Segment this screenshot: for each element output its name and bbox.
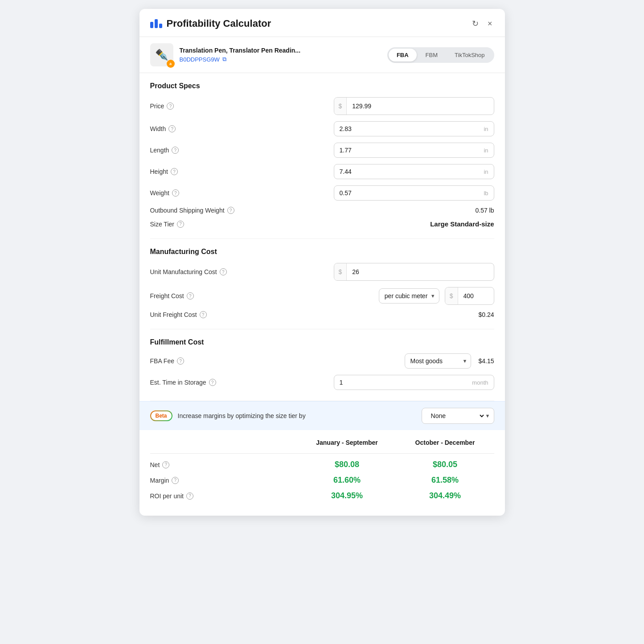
tab-fbm[interactable]: FBM (418, 49, 446, 62)
refresh-button[interactable]: ↻ (470, 17, 480, 30)
results-header-row: January - September October - December (150, 439, 494, 446)
copy-asin-icon[interactable]: ⧉ (222, 56, 226, 63)
height-label: Height ? (150, 168, 334, 175)
outbound-shipping-weight-row: Outbound Shipping Weight ? 0.57 lb (150, 207, 494, 214)
unit-freight-cost-help-icon[interactable]: ? (200, 311, 207, 318)
freight-type-select-wrap: per cubic meter per unit per kg ▼ (379, 288, 439, 304)
amazon-badge: a (167, 60, 175, 68)
width-help-icon[interactable]: ? (168, 125, 176, 132)
weight-row: Weight ? lb (150, 185, 494, 201)
beta-bar: Beta Increase margins by optimizing the … (139, 401, 505, 430)
header-actions: ↻ × (470, 17, 494, 30)
product-bar: ✒️ a Translation Pen, Translator Pen Rea… (139, 37, 505, 73)
beta-badge: Beta (151, 411, 172, 420)
unit-manufacturing-cost-input[interactable] (347, 265, 493, 279)
unit-freight-cost-label: Unit Freight Cost ? (150, 311, 479, 318)
net-help-icon[interactable]: ? (162, 461, 169, 468)
freight-amount-wrap: $ (445, 287, 494, 305)
outbound-shipping-weight-value: 0.57 lb (475, 207, 494, 214)
width-input-wrap: in (334, 121, 494, 136)
est-time-storage-help-icon[interactable]: ? (209, 379, 216, 386)
roi-row: ROI per unit ? 304.95% 304.49% (150, 491, 494, 500)
roi-help-icon[interactable]: ? (186, 492, 193, 500)
length-input[interactable] (334, 143, 479, 157)
unit-manufacturing-cost-help-icon[interactable]: ? (220, 268, 227, 275)
net-label: Net ? (150, 461, 298, 468)
unit-freight-cost-row: Unit Freight Cost ? $0.24 (150, 311, 494, 318)
outbound-shipping-weight-help-icon[interactable]: ? (227, 207, 234, 214)
header-left: Profitability Calculator (150, 18, 271, 29)
size-tier-value: Large Standard-size (430, 220, 494, 228)
length-label: Length ? (150, 147, 334, 154)
margin-row: Margin ? 61.60% 61.58% (150, 476, 494, 485)
fba-fee-row: FBA Fee ? Most goods Apparel Dangerous g… (150, 353, 494, 369)
fba-fee-help-icon[interactable]: ? (177, 357, 184, 365)
size-tier-help-icon[interactable]: ? (177, 221, 184, 228)
freight-amount-input[interactable] (458, 289, 494, 303)
price-input-wrap: $ (334, 97, 494, 115)
length-help-icon[interactable]: ? (172, 147, 179, 154)
freight-cost-row: Freight Cost ? per cubic meter per unit … (150, 287, 494, 305)
roi-col1-value: 304.95% (298, 491, 396, 500)
product-info: ✒️ a Translation Pen, Translator Pen Rea… (150, 43, 301, 66)
freight-cost-inputs: per cubic meter per unit per kg ▼ $ (379, 287, 494, 305)
net-col1-value: $80.08 (298, 460, 396, 469)
manufacturing-cost-section: Manufacturing Cost Unit Manufacturing Co… (150, 239, 494, 329)
est-time-storage-row: Est. Time in Storage ? month (150, 375, 494, 390)
product-specs-title: Product Specs (150, 82, 494, 90)
tab-fba[interactable]: FBA (389, 49, 417, 62)
manufacturing-cost-title: Manufacturing Cost (150, 248, 494, 256)
weight-help-icon[interactable]: ? (172, 189, 179, 197)
height-input[interactable] (334, 164, 479, 179)
weight-input[interactable] (334, 186, 479, 200)
results-table: January - September October - December N… (139, 430, 505, 516)
freight-cost-help-icon[interactable]: ? (187, 292, 194, 299)
freight-type-select[interactable]: per cubic meter per unit per kg (379, 289, 439, 303)
results-col2-header: October - December (396, 439, 494, 446)
unit-manufacturing-cost-label: Unit Manufacturing Cost ? (150, 268, 334, 275)
length-input-wrap: in (334, 143, 494, 158)
price-input[interactable] (347, 99, 493, 113)
size-tier-label: Size Tier ? (150, 221, 431, 228)
fba-fee-select-wrap: Most goods Apparel Dangerous goods ▼ (405, 353, 472, 369)
price-label: Price ? (150, 103, 334, 110)
freight-cost-label: Freight Cost ? (150, 292, 379, 299)
size-tier-row: Size Tier ? Large Standard-size (150, 220, 494, 228)
width-row: Width ? in (150, 121, 494, 136)
optimize-select[interactable]: None Optimize Length Optimize Width Opti… (427, 408, 485, 423)
beta-badge-wrapper: Beta (150, 410, 172, 421)
logo-icon (150, 19, 162, 28)
margin-label: Margin ? (150, 477, 298, 484)
net-col2-value: $80.05 (396, 460, 494, 469)
width-input[interactable] (334, 122, 479, 136)
height-unit: in (478, 168, 493, 175)
width-label: Width ? (150, 125, 334, 132)
est-time-storage-label: Est. Time in Storage ? (150, 379, 334, 386)
results-divider (150, 453, 494, 454)
product-asin: B0DDPPSG9W ⧉ (180, 56, 301, 63)
fba-fee-select[interactable]: Most goods Apparel Dangerous goods (405, 354, 472, 368)
panel-header: Profitability Calculator ↻ × (139, 9, 505, 37)
product-details: Translation Pen, Translator Pen Readin..… (180, 47, 301, 63)
est-time-storage-input[interactable] (334, 375, 467, 390)
margin-col1-value: 61.60% (298, 476, 396, 485)
net-row: Net ? $80.08 $80.05 (150, 460, 494, 469)
optimize-select-chevron: ▼ (485, 413, 490, 418)
product-specs-section: Product Specs Price ? $ Width ? (150, 73, 494, 239)
panel-body: Product Specs Price ? $ Width ? (139, 73, 505, 401)
height-help-icon[interactable]: ? (171, 168, 178, 175)
unit-manufacturing-cost-row: Unit Manufacturing Cost ? $ (150, 263, 494, 281)
optimize-select-wrap: None Optimize Length Optimize Width Opti… (422, 408, 494, 424)
unit-manufacturing-cost-input-wrap: $ (334, 263, 494, 281)
tab-tiktokshop[interactable]: TikTokShop (447, 49, 492, 62)
price-help-icon[interactable]: ? (167, 103, 174, 110)
fulfillment-cost-title: Fulfillment Cost (150, 338, 494, 346)
fba-fee-value: $4.15 (478, 357, 494, 365)
close-button[interactable]: × (486, 17, 494, 30)
height-input-wrap: in (334, 164, 494, 179)
margin-help-icon[interactable]: ? (172, 477, 179, 484)
roi-label: ROI per unit ? (150, 492, 298, 500)
length-row: Length ? in (150, 143, 494, 158)
channel-tab-group: FBA FBM TikTokShop (387, 47, 494, 63)
product-thumbnail: ✒️ a (150, 43, 173, 66)
